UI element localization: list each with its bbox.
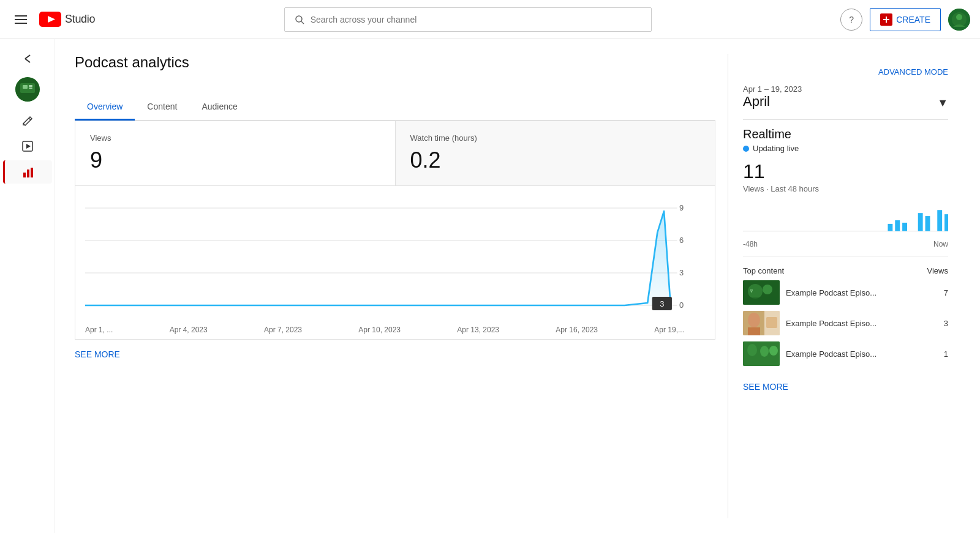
main-content: Podcast analytics Overview Content Audie… xyxy=(55,39,980,533)
chart-start-label: -48h xyxy=(743,240,758,248)
realtime-sub-label: Views · Last 48 hours xyxy=(743,184,948,193)
realtime-section: Realtime Updating live 11 Views · Last 4… xyxy=(743,127,948,248)
date-label-0: Apr 1, ... xyxy=(85,326,113,334)
top-content-label: Top content xyxy=(743,266,784,275)
watch-time-label: Watch time (hours) xyxy=(410,133,701,143)
sidebar-item-channel[interactable] xyxy=(3,72,52,106)
content-item-2[interactable]: Example Podcast Episo... 3 xyxy=(743,311,948,335)
svg-rect-22 xyxy=(31,168,33,177)
chart-svg-wrap: 9 6 3 0 xyxy=(75,196,715,321)
content-thumb-3 xyxy=(743,341,780,366)
thumb-3-image xyxy=(743,341,780,366)
date-dropdown[interactable]: ▼ xyxy=(937,97,948,110)
content-views-1: 7 xyxy=(944,288,948,297)
date-label-5: Apr 16, 2023 xyxy=(556,326,598,334)
right-see-more-button[interactable]: SEE MORE xyxy=(743,382,788,392)
date-label-6: Apr 19,... xyxy=(654,326,684,334)
live-dot xyxy=(743,146,749,152)
svg-point-44 xyxy=(763,285,772,294)
page-title: Podcast analytics xyxy=(75,54,189,71)
see-more-button[interactable]: SEE MORE xyxy=(75,349,120,359)
svg-rect-41 xyxy=(944,214,948,231)
thumb-1-image: 🎙 xyxy=(743,280,780,305)
svg-rect-13 xyxy=(23,85,28,89)
tab-content[interactable]: Content xyxy=(135,95,189,121)
channel-thumb xyxy=(15,77,40,102)
chart-end-label: Now xyxy=(933,240,948,248)
advanced-mode-button[interactable]: ADVANCED MODE xyxy=(878,67,948,76)
chart-dates: Apr 1, ... Apr 4, 2023 Apr 7, 2023 Apr 1… xyxy=(75,321,715,334)
content-item-3[interactable]: Example Podcast Episo... 1 xyxy=(743,341,948,366)
tabs: Overview Content Audience xyxy=(75,95,715,121)
views-col-label: Views xyxy=(927,266,948,275)
sidebar xyxy=(0,39,55,533)
analytics-icon xyxy=(21,165,35,179)
svg-line-10 xyxy=(25,59,30,62)
content-views-2: 3 xyxy=(944,319,948,328)
top-content-header: Top content Views xyxy=(743,266,948,275)
svg-point-49 xyxy=(748,313,760,327)
studio-text: Studio xyxy=(65,13,95,26)
sidebar-back[interactable] xyxy=(3,48,52,70)
svg-rect-50 xyxy=(748,327,760,335)
svg-point-2 xyxy=(296,16,302,22)
help-button[interactable]: ? xyxy=(840,9,862,31)
realtime-title: Realtime xyxy=(743,127,948,141)
svg-rect-45 xyxy=(746,297,777,304)
svg-rect-20 xyxy=(23,173,26,177)
logo: Studio xyxy=(39,12,95,27)
tab-audience[interactable]: Audience xyxy=(189,95,249,121)
svg-line-16 xyxy=(29,118,31,120)
date-label-2: Apr 7, 2023 xyxy=(264,326,302,334)
metric-views: Views 9 xyxy=(75,121,396,185)
nav-right: ? CREATE xyxy=(840,8,970,31)
mini-chart-svg xyxy=(743,201,948,237)
divider-2 xyxy=(743,256,948,256)
search-bar[interactable] xyxy=(284,7,652,32)
svg-rect-38 xyxy=(918,213,923,231)
sidebar-item-content[interactable] xyxy=(3,135,52,158)
search-input[interactable] xyxy=(311,15,641,24)
sidebar-item-analytics[interactable] xyxy=(3,160,52,184)
mini-chart-labels: -48h Now xyxy=(743,240,948,248)
svg-text:9: 9 xyxy=(679,204,684,212)
svg-rect-56 xyxy=(760,357,769,366)
content-thumb-1: 🎙 xyxy=(743,280,780,305)
date-label-3: Apr 10, 2023 xyxy=(358,326,401,334)
svg-line-9 xyxy=(25,55,30,59)
svg-point-55 xyxy=(760,346,769,357)
hamburger-menu[interactable] xyxy=(10,8,32,31)
svg-line-3 xyxy=(301,21,304,24)
metric-watch-time: Watch time (hours) 0.2 xyxy=(396,121,715,185)
sidebar-item-edit[interactable] xyxy=(3,109,52,132)
create-button[interactable]: CREATE xyxy=(870,8,941,31)
content-title-3: Example Podcast Episo... xyxy=(786,349,938,359)
svg-rect-58 xyxy=(769,356,778,366)
svg-rect-40 xyxy=(937,210,942,231)
content-thumb-2 xyxy=(743,311,780,335)
thumb-2-image xyxy=(743,311,780,335)
tab-overview[interactable]: Overview xyxy=(75,95,135,121)
content-item-1[interactable]: 🎙 Example Podcast Episo... 7 xyxy=(743,280,948,305)
svg-point-8 xyxy=(956,14,962,20)
realtime-count: 11 xyxy=(743,160,948,183)
content-icon xyxy=(21,140,34,153)
svg-rect-15 xyxy=(29,88,32,89)
svg-rect-51 xyxy=(766,317,777,328)
svg-rect-36 xyxy=(895,220,900,231)
back-arrow-icon xyxy=(21,53,34,65)
avatar[interactable] xyxy=(948,9,970,31)
views-value: 9 xyxy=(90,147,380,173)
svg-text:0: 0 xyxy=(679,301,684,309)
svg-text:3: 3 xyxy=(679,269,684,277)
content-title-1: Example Podcast Episo... xyxy=(786,288,938,297)
plus-icon xyxy=(882,15,891,24)
avatar-image xyxy=(948,9,970,31)
chart-container: 9 6 3 0 xyxy=(75,186,715,340)
mini-chart xyxy=(743,201,948,237)
svg-text:3: 3 xyxy=(660,300,664,308)
right-panel: ADVANCED MODE Apr 1 – 19, 2023 April ▼ R… xyxy=(728,54,960,518)
views-chart: 9 6 3 0 xyxy=(85,196,690,318)
date-period: April xyxy=(743,94,802,110)
svg-rect-39 xyxy=(925,216,930,231)
